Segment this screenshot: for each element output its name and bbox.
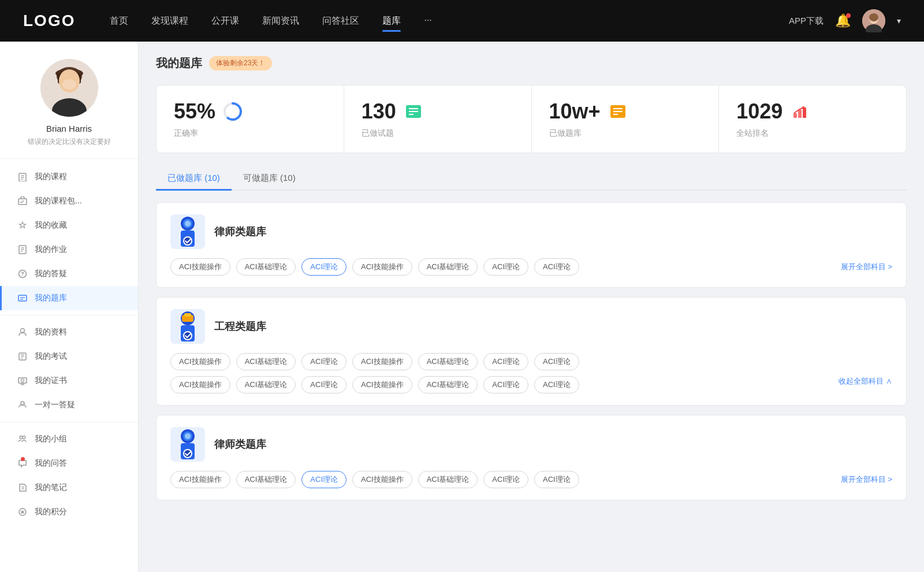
notification-bell-icon[interactable]: 🔔: [835, 13, 851, 28]
svg-rect-33: [18, 378, 27, 383]
question-icon: [17, 269, 28, 279]
sidebar-label: 我的题库: [35, 293, 67, 303]
sidebar-item-homework[interactable]: 我的作业: [0, 237, 138, 262]
law2-tag-0[interactable]: ACI技能操作: [170, 471, 230, 488]
tag-4[interactable]: ACI基础理论: [418, 258, 478, 276]
avatar[interactable]: [862, 9, 885, 32]
profile-motto: 错误的决定比没有决定要好: [12, 137, 126, 147]
nav-opencourse[interactable]: 公开课: [211, 13, 239, 29]
tag-1[interactable]: ACI基础理论: [236, 258, 296, 276]
tags-row-lawyer-2: ACI技能操作 ACI基础理论 ACI理论 ACI技能操作 ACI基础理论 AC…: [170, 471, 892, 488]
tag-3[interactable]: ACI技能操作: [352, 258, 412, 276]
tag-5[interactable]: ACI理论: [483, 258, 528, 276]
sidebar-item-notes[interactable]: 我的笔记: [0, 476, 138, 500]
nav-qa[interactable]: 问答社区: [322, 13, 359, 29]
logo[interactable]: LOGO: [23, 12, 75, 30]
stat-done-banks: 10w+ 已做题库: [532, 86, 720, 153]
expand-link-lawyer-2[interactable]: 展开全部科目 >: [841, 474, 892, 485]
stat-ranking: 1029 全站排名: [719, 86, 906, 153]
done-questions-icon: [403, 101, 424, 122]
sidebar-item-tutor[interactable]: 一对一答疑: [0, 393, 138, 417]
tab-available-banks[interactable]: 可做题库 (10): [232, 167, 307, 190]
tag-2[interactable]: ACI理论: [301, 258, 346, 276]
bank-card-header: 律师类题库: [170, 214, 892, 249]
tag-0[interactable]: ACI技能操作: [170, 258, 230, 276]
expand-link-lawyer-1[interactable]: 展开全部科目 >: [841, 262, 892, 272]
tag-6[interactable]: ACI理论: [534, 258, 579, 276]
sidebar-menu: 我的课程 我的课程包... 我的收藏 我的作业: [0, 159, 138, 530]
law2-tag-6[interactable]: ACI理论: [534, 471, 579, 488]
sidebar-label: 我的课程包...: [35, 196, 82, 206]
eng-tag-0[interactable]: ACI技能操作: [170, 353, 230, 370]
done-questions-value: 130: [362, 99, 396, 124]
bank-card-lawyer-1: 律师类题库 ACI技能操作 ACI基础理论 ACI理论 ACI技能操作 ACI基…: [156, 202, 907, 288]
sidebar-item-group[interactable]: 我的小组: [0, 427, 138, 451]
sidebar-item-favorites[interactable]: 我的收藏: [0, 213, 138, 237]
eng-tag-1[interactable]: ACI基础理论: [236, 353, 296, 370]
eng-tag-5[interactable]: ACI理论: [483, 353, 528, 370]
sidebar-item-my-courses[interactable]: 我的课程: [0, 165, 138, 189]
nav-home[interactable]: 首页: [110, 13, 128, 29]
main-layout: Brian Harris 错误的决定比没有决定要好 我的课程 我的课程包...: [0, 42, 924, 572]
svg-rect-25: [18, 295, 27, 301]
account-dropdown-icon[interactable]: ▾: [897, 16, 901, 25]
sidebar-item-certificate[interactable]: 我的证书: [0, 369, 138, 393]
eng-tag2-1[interactable]: ACI基础理论: [236, 376, 296, 393]
eng-tag2-5[interactable]: ACI理论: [483, 376, 528, 393]
eng-tag-3[interactable]: ACI技能操作: [352, 353, 412, 370]
sidebar-label: 我的作业: [35, 244, 67, 255]
top-navigation: LOGO 首页 发现课程 公开课 新闻资讯 问答社区 题库 ··· APP下载 …: [0, 0, 924, 42]
nav-right: APP下载 🔔 ▾: [789, 9, 901, 32]
tab-done-banks[interactable]: 已做题库 (10): [156, 167, 232, 190]
sidebar-item-profile[interactable]: 我的资料: [0, 320, 138, 344]
eng-tag2-6[interactable]: ACI理论: [534, 376, 579, 393]
collapse-link-engineering[interactable]: 收起全部科目 ∧: [839, 376, 892, 393]
done-questions-label: 已做试题: [362, 128, 514, 139]
bank-icon-engineering: [170, 309, 205, 344]
sidebar-label: 我的证书: [35, 376, 67, 386]
stat-accuracy: 55% 正确率: [157, 86, 344, 153]
points-icon: [17, 507, 28, 517]
sidebar-label: 一对一答疑: [35, 400, 75, 410]
law2-tag-1[interactable]: ACI基础理论: [236, 471, 296, 488]
accuracy-value: 55%: [174, 99, 215, 124]
accuracy-label: 正确率: [174, 128, 326, 139]
sidebar-divider-2: [0, 422, 138, 422]
nav-more[interactable]: ···: [424, 13, 431, 29]
package-icon: [17, 196, 28, 206]
svg-line-17: [20, 202, 21, 203]
law2-tag-2[interactable]: ACI理论: [301, 471, 346, 488]
nav-discover[interactable]: 发现课程: [151, 13, 188, 29]
homework-icon: [17, 244, 28, 255]
page-header: 我的题库 体验剩余23天！: [156, 55, 907, 71]
eng-tag2-2[interactable]: ACI理论: [301, 376, 346, 393]
ranking-value: 1029: [736, 99, 783, 124]
app-download-link[interactable]: APP下载: [789, 16, 824, 27]
nav-questionbank[interactable]: 题库: [382, 13, 401, 29]
law2-tag-3[interactable]: ACI技能操作: [352, 471, 412, 488]
trial-badge[interactable]: 体验剩余23天！: [209, 56, 272, 70]
eng-tag-4[interactable]: ACI基础理论: [418, 353, 478, 370]
nav-news[interactable]: 新闻资讯: [262, 13, 299, 29]
sidebar-item-questions[interactable]: 我的答疑: [0, 262, 138, 286]
sidebar-item-question-bank[interactable]: 我的题库: [0, 286, 138, 310]
bank-title-lawyer-2: 律师类题库: [214, 437, 266, 451]
law2-tag-4[interactable]: ACI基础理论: [418, 471, 478, 488]
sidebar-item-exam[interactable]: 我的考试: [0, 344, 138, 369]
sidebar-item-my-qa[interactable]: 我的问答: [0, 451, 138, 476]
profile-icon: [17, 327, 28, 337]
notification-dot: [846, 13, 851, 18]
law2-tag-5[interactable]: ACI理论: [483, 471, 528, 488]
eng-tag-6[interactable]: ACI理论: [534, 353, 579, 370]
stat-header: 1029: [736, 99, 889, 124]
tags-row-engineering-2: ACI技能操作 ACI基础理论 ACI理论 ACI技能操作 ACI基础理论 AC…: [170, 376, 892, 393]
bank-card-engineering: 工程类题库 ACI技能操作 ACI基础理论 ACI理论 ACI技能操作 ACI基…: [156, 297, 907, 406]
eng-tag2-4[interactable]: ACI基础理论: [418, 376, 478, 393]
sidebar-item-points[interactable]: 我的积分: [0, 500, 138, 524]
eng-tag-2[interactable]: ACI理论: [301, 353, 346, 370]
svg-point-54: [802, 106, 804, 109]
bank-card-lawyer-2: 律师类题库 ACI技能操作 ACI基础理论 ACI理论 ACI技能操作 ACI基…: [156, 415, 907, 500]
sidebar-item-course-package[interactable]: 我的课程包...: [0, 189, 138, 213]
eng-tag2-3[interactable]: ACI技能操作: [352, 376, 412, 393]
eng-tag2-0[interactable]: ACI技能操作: [170, 376, 230, 393]
